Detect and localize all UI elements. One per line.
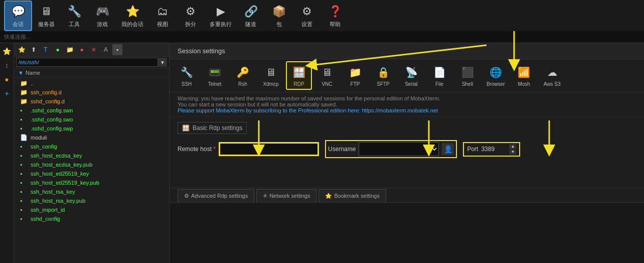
- file-icon: ▪: [20, 170, 28, 177]
- menu-settings[interactable]: ⚙ 设置: [293, 2, 321, 30]
- sidebar-panel-btn[interactable]: ▪: [112, 44, 122, 55]
- session-icon-aws[interactable]: ☁Aws S3: [539, 62, 565, 89]
- settings-icon: ⚙: [299, 4, 315, 20]
- file-item[interactable]: 📁..: [14, 79, 169, 88]
- sidebar-path-dropdown[interactable]: ▼: [158, 58, 167, 67]
- bottom-tab-network[interactable]: ✳Network settings: [256, 189, 316, 202]
- port-increment-btn[interactable]: ▲: [509, 144, 516, 149]
- session-icon-sftp[interactable]: 🔒SFTP: [370, 62, 396, 89]
- file-item[interactable]: ▪ssh_host_ecdsa_key: [14, 151, 169, 160]
- warning-line3: Please support MobaXterm by subscribing …: [178, 107, 636, 113]
- bottom-tab-advanced[interactable]: ⚙Advanced Rdp settings: [178, 189, 254, 202]
- sidebar-folder-btn[interactable]: 📁: [64, 44, 75, 55]
- username-select[interactable]: [359, 142, 439, 156]
- file-icon: ▪: [20, 152, 28, 159]
- session-icon-mosh[interactable]: 📶Mosh: [511, 62, 537, 89]
- menu-multiexec[interactable]: ▶ 多重执行: [205, 2, 237, 30]
- sidebar-expand-icon: ▼: [18, 70, 24, 76]
- file-icon: ▪: [20, 197, 28, 204]
- file-item[interactable]: 📄moduli: [14, 133, 169, 142]
- session-icon-xdmcp[interactable]: 🖥Xdmcp: [258, 62, 284, 89]
- file-item[interactable]: ▪.sshd_config.swp: [14, 124, 169, 133]
- port-input[interactable]: [481, 146, 506, 153]
- username-group: Username 👤: [325, 140, 457, 158]
- menu-session-label: 会话: [13, 21, 24, 28]
- file-name: .sshd_config.swn: [31, 107, 73, 113]
- serial-icon: 📡: [403, 64, 419, 80]
- file-item[interactable]: ▪ssh_host_ecdsa_key.pub: [14, 160, 169, 169]
- menu-tunnel-label: 隧道: [245, 21, 256, 28]
- username-icon-btn[interactable]: 👤: [442, 143, 454, 155]
- menu-tools[interactable]: 🔧 工具: [60, 2, 88, 30]
- left-nav-plus[interactable]: +: [1, 87, 13, 99]
- file-item[interactable]: ▪ssh_import_id: [14, 205, 169, 214]
- file-item[interactable]: 📁ssh_config.d: [14, 88, 169, 97]
- mysessions-icon: ⭐: [124, 4, 140, 20]
- session-icon-rdp[interactable]: 🪟RDP: [286, 61, 312, 90]
- file-list: 📁..📁ssh_config.d📁sshd_config.d▪.sshd_con…: [14, 78, 169, 263]
- mosh-icon: 📶: [516, 64, 532, 80]
- menu-session[interactable]: 💬 会话: [4, 1, 32, 31]
- menu-mysessions[interactable]: ⭐ 我的会话: [116, 2, 148, 30]
- bookmark-tab-icon: ⭐: [325, 193, 332, 199]
- left-nav-arrow[interactable]: ↕: [1, 59, 13, 71]
- menu-games-label: 游戏: [97, 21, 108, 28]
- file-item[interactable]: ▪ssh_host_ed25519_key: [14, 169, 169, 178]
- file-name: ssh_host_ecdsa_key.pub: [31, 162, 92, 168]
- remote-host-input[interactable]: [219, 142, 319, 156]
- ssh-icon: 🔧: [179, 64, 195, 80]
- aws-icon: ☁: [544, 64, 560, 80]
- left-nav: ⭐ ↕ ● +: [0, 43, 14, 263]
- session-icon-vnc[interactable]: 🖥VNC: [314, 62, 340, 89]
- session-icon-serial[interactable]: 📡Serial: [398, 62, 424, 89]
- shell-icon: ⬛: [459, 64, 475, 80]
- file-icon: ▪: [20, 188, 28, 195]
- sidebar-text2-btn[interactable]: A: [100, 44, 111, 55]
- sidebar-upload-btn[interactable]: ⬆: [28, 44, 39, 55]
- menu-help[interactable]: ❓ 帮助: [321, 2, 349, 30]
- file-item[interactable]: ▪ssh_host_rsa_key: [14, 187, 169, 196]
- telnet-icon: 📟: [207, 64, 223, 80]
- required-marker: *: [213, 146, 216, 153]
- file-item[interactable]: 📁sshd_config.d: [14, 97, 169, 106]
- file-icon: 📄: [20, 134, 28, 141]
- file-icon: ▪: [20, 125, 28, 132]
- file-name: ..: [31, 80, 34, 86]
- file-item[interactable]: ▪sshd_config: [14, 214, 169, 223]
- menu-package[interactable]: 📦 包: [265, 2, 293, 30]
- session-icon-browser[interactable]: 🌐Browser: [482, 62, 509, 89]
- left-nav-star[interactable]: ⭐: [1, 45, 13, 57]
- menu-server-label: 服务器: [38, 21, 55, 28]
- warning-line2: You can start a new session but it will …: [178, 101, 636, 107]
- session-icon-telnet[interactable]: 📟Telnet: [202, 62, 228, 89]
- menu-server[interactable]: 🖥 服务器: [32, 2, 60, 30]
- menu-games[interactable]: 🎮 游戏: [88, 2, 116, 30]
- port-decrement-btn[interactable]: ▼: [509, 150, 516, 155]
- sidebar-red-btn[interactable]: ●: [76, 44, 87, 55]
- menu-split[interactable]: ⚙ 拆分: [177, 2, 205, 30]
- session-icon-rsh[interactable]: 🔑Rsh: [230, 62, 256, 89]
- file-item[interactable]: ▪.sshd_config.swn: [14, 106, 169, 115]
- sidebar-star-btn[interactable]: ⭐: [16, 44, 27, 55]
- file-item[interactable]: ▪.sshd_config.swo: [14, 115, 169, 124]
- sidebar-name-header: ▼ Name: [14, 68, 169, 78]
- bottom-tab-bookmark[interactable]: ⭐Bookmark settings: [318, 189, 386, 202]
- session-icon-file[interactable]: 📄File: [426, 62, 452, 89]
- left-nav-circle[interactable]: ●: [1, 73, 13, 85]
- file-item[interactable]: ▪ssh_config: [14, 142, 169, 151]
- file-name: moduli: [31, 135, 47, 141]
- menu-tunnel[interactable]: 🔗 隧道: [237, 2, 265, 30]
- sidebar-x-btn[interactable]: ✕: [88, 44, 99, 55]
- session-icon-label-browser: Browser: [487, 81, 505, 87]
- warning-line1: Warning: you have reached the maximum nu…: [178, 95, 636, 101]
- file-item[interactable]: ▪ssh_host_rsa_key.pub: [14, 196, 169, 205]
- menu-view[interactable]: 🗂 视图: [148, 2, 177, 30]
- sidebar-green-btn[interactable]: ●: [52, 44, 63, 55]
- session-icon-ssh[interactable]: 🔧SSH: [174, 62, 200, 89]
- file-item[interactable]: ▪ssh_host_ed25519_key.pub: [14, 178, 169, 187]
- menu-tools-label: 工具: [69, 21, 80, 28]
- sidebar-path-input[interactable]: [16, 58, 158, 67]
- session-icon-shell[interactable]: ⬛Shell: [454, 62, 480, 89]
- sidebar-text-btn[interactable]: T: [40, 44, 51, 55]
- session-icon-ftp[interactable]: 📁FTP: [342, 62, 368, 89]
